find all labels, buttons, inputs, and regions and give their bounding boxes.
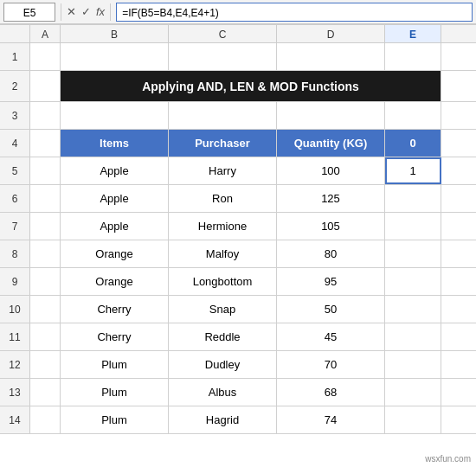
watermark: wsxfun.com [425, 454, 471, 464]
formula-input[interactable]: =IF(B5=B4,E4,E4+1) [116, 3, 473, 22]
function-icon[interactable]: fx [96, 5, 105, 18]
cell-b3[interactable] [61, 102, 169, 129]
cell-e1[interactable] [385, 43, 441, 70]
cell-a8[interactable] [30, 240, 61, 267]
table-row: 2 Applying AND, LEN & MOD Functions [0, 71, 476, 102]
cell-b14[interactable]: Plum [61, 406, 169, 433]
cell-e8[interactable] [385, 240, 441, 267]
cell-e7[interactable] [385, 213, 441, 240]
cell-a7[interactable] [30, 213, 61, 240]
row-num-5: 5 [0, 157, 30, 184]
cell-d12[interactable]: 70 [277, 351, 385, 378]
cell-c13[interactable]: Albus [169, 379, 277, 406]
cell-d11[interactable]: 45 [277, 323, 385, 350]
cell-e11[interactable] [385, 323, 441, 350]
cell-a6[interactable] [30, 185, 61, 212]
row-num-1: 1 [0, 43, 30, 70]
cell-e9[interactable] [385, 268, 441, 295]
cell-d5[interactable]: 100 [277, 157, 385, 184]
cell-b4[interactable]: Items [61, 130, 169, 157]
cell-b1[interactable] [61, 43, 169, 70]
cell-a2[interactable] [30, 71, 61, 101]
col-header-c[interactable]: C [169, 25, 277, 42]
rows-container: 1 2 Applying AND, LEN & MOD Functions 3 … [0, 43, 476, 467]
cell-c14[interactable]: Hagrid [169, 406, 277, 433]
cell-c12[interactable]: Dudley [169, 351, 277, 378]
cell-d1[interactable] [277, 43, 385, 70]
title-cell: Applying AND, LEN & MOD Functions [61, 71, 441, 101]
cell-e14[interactable] [385, 406, 441, 433]
cell-c3[interactable] [169, 102, 277, 129]
col-header-b[interactable]: B [61, 25, 169, 42]
cell-e4[interactable]: 0 [385, 130, 441, 157]
cell-d9[interactable]: 95 [277, 268, 385, 295]
cell-a5[interactable] [30, 157, 61, 184]
cell-a13[interactable] [30, 379, 61, 406]
row-num-3: 3 [0, 102, 30, 129]
cell-e10[interactable] [385, 296, 441, 323]
cell-a1[interactable] [30, 43, 61, 70]
table-row: 7 Apple Hermione 105 [0, 213, 476, 240]
cell-b8[interactable]: Orange [61, 240, 169, 267]
row-num-13: 13 [0, 379, 30, 406]
cell-d4[interactable]: Quantity (KG) [277, 130, 385, 157]
cell-c8[interactable]: Malfoy [169, 240, 277, 267]
row-num-4: 4 [0, 130, 30, 157]
cell-e12[interactable] [385, 351, 441, 378]
confirm-icon[interactable]: ✓ [81, 5, 91, 18]
cell-c1[interactable] [169, 43, 277, 70]
cell-c9[interactable]: Longbottom [169, 268, 277, 295]
cell-e13[interactable] [385, 379, 441, 406]
cell-c7[interactable]: Hermione [169, 213, 277, 240]
cell-c11[interactable]: Reddle [169, 323, 277, 350]
cell-b10[interactable]: Cherry [61, 296, 169, 323]
cell-c10[interactable]: Snap [169, 296, 277, 323]
cell-d7[interactable]: 105 [277, 213, 385, 240]
cell-b12[interactable]: Plum [61, 351, 169, 378]
cell-d14[interactable]: 74 [277, 406, 385, 433]
cell-c5[interactable]: Harry [169, 157, 277, 184]
cell-e6[interactable] [385, 185, 441, 212]
cell-b5[interactable]: Apple [61, 157, 169, 184]
table-row: 4 Items Purchaser Quantity (KG) 0 [0, 130, 476, 157]
col-header-d[interactable]: D [277, 25, 385, 42]
cell-a10[interactable] [30, 296, 61, 323]
cell-d3[interactable] [277, 102, 385, 129]
col-header-a[interactable]: A [30, 25, 61, 42]
cell-a3[interactable] [30, 102, 61, 129]
cell-a4[interactable] [30, 130, 61, 157]
table-row: 6 Apple Ron 125 [0, 185, 476, 213]
cell-b11[interactable]: Cherry [61, 323, 169, 350]
cell-b9[interactable]: Orange [61, 268, 169, 295]
table-row: 9 Orange Longbottom 95 [0, 268, 476, 296]
row-num-9: 9 [0, 268, 30, 295]
cell-d6[interactable]: 125 [277, 185, 385, 212]
column-headers: A B C D E [0, 24, 476, 43]
cell-b13[interactable]: Plum [61, 379, 169, 406]
formula-bar: E5 ✕ ✓ fx =IF(B5=B4,E4,E4+1) [0, 0, 476, 24]
cell-c4[interactable]: Purchaser [169, 130, 277, 157]
cell-e3[interactable] [385, 102, 441, 129]
row-num-8: 8 [0, 240, 30, 267]
cell-d13[interactable]: 68 [277, 379, 385, 406]
table-row: 8 Orange Malfoy 80 [0, 240, 476, 268]
col-header-e[interactable]: E [385, 25, 441, 42]
cell-a12[interactable] [30, 351, 61, 378]
cancel-icon[interactable]: ✕ [67, 5, 76, 18]
cell-b7[interactable]: Apple [61, 213, 169, 240]
cell-b6[interactable]: Apple [61, 185, 169, 212]
row-num-14: 14 [0, 406, 30, 433]
cell-reference-box[interactable]: E5 [3, 3, 55, 22]
cell-d8[interactable]: 80 [277, 240, 385, 267]
cell-d10[interactable]: 50 [277, 296, 385, 323]
formula-bar-divider2 [110, 3, 111, 21]
row-num-12: 12 [0, 351, 30, 378]
cell-a14[interactable] [30, 406, 61, 433]
formula-bar-divider [61, 3, 61, 21]
row-num-11: 11 [0, 323, 30, 350]
cell-a9[interactable] [30, 268, 61, 295]
row-num-2: 2 [0, 71, 30, 101]
cell-c6[interactable]: Ron [169, 185, 277, 212]
cell-a11[interactable] [30, 323, 61, 350]
cell-e5[interactable]: 1 [385, 157, 441, 184]
